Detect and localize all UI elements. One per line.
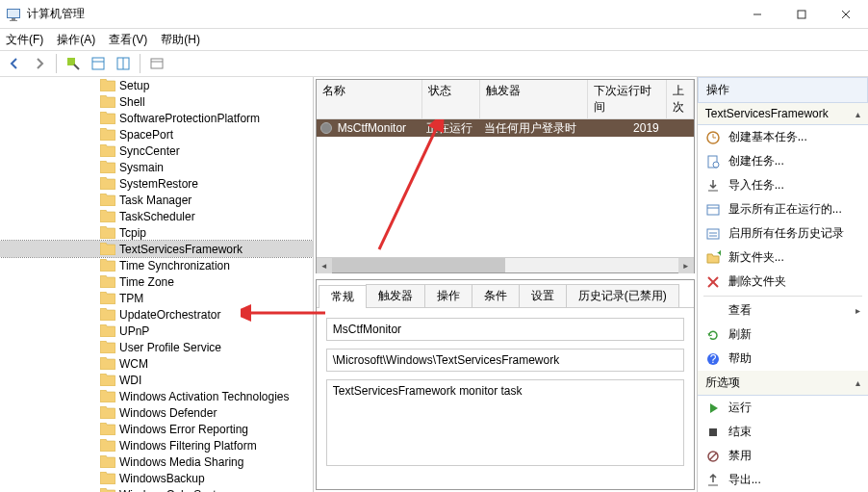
tree-item[interactable]: Sysmain [0,159,313,175]
tree-item[interactable]: Setup [0,77,313,93]
tree-item[interactable]: Windows Activation Technologies [0,388,313,404]
action-new-folder[interactable]: ✦新文件夹... [698,246,868,270]
col-name[interactable]: 名称 [317,80,422,118]
svg-rect-2 [12,18,15,20]
detail-tab[interactable]: 常规 [319,285,367,308]
toolbar-view1-button[interactable] [88,53,109,74]
tree-item[interactable]: Windows Filtering Platform [0,437,313,453]
col-last[interactable]: 上次 [667,80,694,118]
menu-file[interactable]: 文件(F) [6,32,43,48]
tree-item[interactable]: Task Manager [0,192,313,208]
cell-status: 正在运行 [421,119,478,138]
tree-item[interactable]: User Profile Service [0,339,313,355]
tree-item[interactable]: UpdateOrchestrator [0,306,313,323]
action-view[interactable]: 查看 [698,298,868,323]
toolbar-view2-button[interactable] [113,53,134,74]
tree-item[interactable]: SoftwareProtectionPlatform [0,110,313,126]
actions-section-context[interactable]: TextServicesFramework ▴ [698,103,868,125]
action-create-basic[interactable]: 创建基本任务... [698,125,868,149]
action-label: 运行 [728,400,752,416]
menu-help[interactable]: 帮助(H) [161,32,200,48]
forward-button[interactable] [29,53,50,74]
action-help[interactable]: ?帮助 [698,347,868,371]
tree-scroll[interactable]: SetupShellSoftwareProtectionPlatformSpac… [0,77,313,492]
tree-item-label: SpacePort [119,128,173,142]
actions-section-selected[interactable]: 所选项 ▴ [698,371,868,396]
tree-item[interactable]: WindowsColorSystem [0,486,313,492]
svg-line-33 [709,453,717,460]
tree-item[interactable]: TPM [0,290,313,306]
tree-item-label: Setup [119,79,149,92]
col-trigger[interactable]: 触发器 [480,80,588,118]
action-label: 创建任务... [728,153,784,169]
detail-tab[interactable]: 触发器 [366,284,425,307]
delete-folder-icon [705,274,721,290]
col-status[interactable]: 状态 [422,80,480,118]
tree-item[interactable]: WCM [0,355,313,372]
maximize-button[interactable] [779,0,824,29]
svg-rect-31 [709,428,717,436]
tree-item-label: TPM [119,292,143,305]
tree-item[interactable]: Time Zone [0,273,313,290]
action-import[interactable]: 导入任务... [698,173,868,197]
menu-view[interactable]: 查看(V) [109,32,147,48]
action-label: 新文件夹... [728,249,784,266]
export-icon [705,473,721,488]
back-button[interactable] [4,53,25,74]
detail-task-path: \Microsoft\Windows\TextServicesFramework [326,349,684,372]
action-end[interactable]: 结束 [698,420,868,444]
tree-item[interactable]: Windows Defender [0,404,313,421]
action-export[interactable]: 导出... [698,468,868,492]
minimize-button[interactable] [735,0,779,29]
svg-rect-9 [92,58,104,69]
tree-item-label: SystemRestore [119,177,198,191]
horizontal-scrollbar[interactable]: ◄ ► [317,257,694,272]
toolbar-extra-button[interactable] [146,53,167,74]
actions-header: 操作 [698,77,868,103]
action-label: 结束 [728,424,752,440]
collapse-icon[interactable]: ▴ [855,377,860,388]
tree-item[interactable]: SpacePort [0,126,313,142]
collapse-icon[interactable]: ▴ [855,109,860,119]
tree-item-label: Windows Activation Technologies [119,390,290,403]
action-refresh[interactable]: 刷新 [698,323,868,347]
toolbar-action-button[interactable] [63,53,84,74]
action-show-running[interactable]: 显示所有正在运行的... [698,197,868,221]
close-button[interactable] [824,0,868,29]
app-icon [6,7,21,22]
tree-item[interactable]: TaskScheduler [0,208,313,224]
tree-item[interactable]: SyncCenter [0,142,313,159]
action-disable[interactable]: 禁用 [698,444,868,468]
action-run[interactable]: 运行 [698,396,868,420]
tree-item[interactable]: Shell [0,93,313,110]
tree-item[interactable]: WindowsBackup [0,470,313,486]
detail-tab[interactable]: 设置 [519,284,567,307]
menu-action[interactable]: 操作(A) [57,32,95,48]
detail-tab[interactable]: 历史记录(已禁用) [566,284,679,307]
detail-tab[interactable]: 操作 [424,284,472,307]
detail-tab[interactable]: 条件 [472,284,520,307]
tree-item[interactable]: Time Synchronization [0,257,313,273]
scroll-thumb[interactable] [332,258,505,272]
create-task-icon [705,154,721,169]
tree-item[interactable]: WDI [0,372,313,388]
end-icon [705,425,721,440]
tree-item[interactable]: TextServicesFramework [0,241,313,257]
action-enable-history[interactable]: 启用所有任务历史记录 [698,221,868,246]
tree-item[interactable]: Windows Error Reporting [0,421,313,437]
action-label: 删除文件夹 [728,273,786,290]
cell-trigger: 当任何用户登录时 [478,119,586,138]
action-create-task[interactable]: 创建任务... [698,149,868,173]
tree-item[interactable]: Tcpip [0,224,313,241]
tree-item-label: User Profile Service [119,341,221,354]
tree-item[interactable]: Windows Media Sharing [0,453,313,470]
action-delete-folder[interactable]: 删除文件夹 [698,270,868,294]
task-row-selected[interactable]: MsCtfMonitor 正在运行 当任何用户登录时 2019 [317,119,694,137]
scroll-left-icon[interactable]: ◄ [317,258,332,273]
detail-task-description: TextServicesFramework monitor task [326,379,684,466]
tree-item[interactable]: UPnP [0,323,313,339]
col-next-run[interactable]: 下次运行时间 [588,80,667,118]
scroll-right-icon[interactable]: ► [678,258,694,273]
tree-item-label: Windows Filtering Platform [119,439,257,453]
tree-item[interactable]: SystemRestore [0,175,313,192]
